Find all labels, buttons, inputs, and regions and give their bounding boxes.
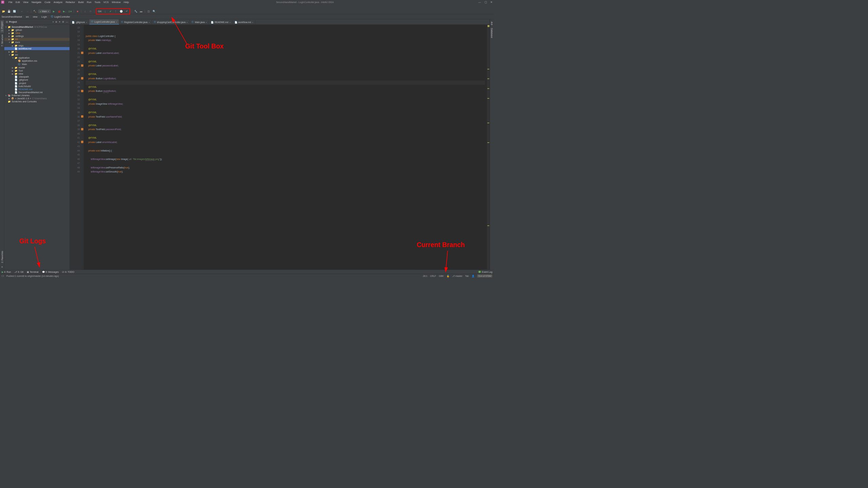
maximize-button[interactable]: ▢	[485, 1, 487, 4]
find-action-icon[interactable]: ◫	[146, 9, 151, 14]
menu-run[interactable]: Run	[85, 0, 93, 4]
tree-readme[interactable]: 📄README.md	[4, 88, 70, 91]
settings-icon[interactable]: 🔧	[134, 9, 138, 14]
code-line[interactable]	[86, 25, 485, 30]
line-number[interactable]: 28	[70, 81, 81, 85]
menu-code[interactable]: Code	[43, 0, 52, 4]
sync-icon[interactable]: 🔄	[12, 9, 17, 14]
gutter[interactable]: 1516171819202122232425262728293031323334…	[70, 25, 82, 270]
line-number[interactable]: 20	[70, 47, 81, 51]
tree-model[interactable]: ▶📁model	[4, 66, 70, 69]
git-commit-icon[interactable]: ✔	[108, 9, 113, 14]
editor-tab[interactable]: 📄.gitignore×	[70, 20, 89, 25]
stop-icon[interactable]: ■	[75, 9, 80, 14]
close-tab-icon[interactable]: ×	[206, 21, 207, 23]
inspection-icon[interactable]: 👤	[472, 274, 475, 277]
menu-help[interactable]: Help	[122, 0, 130, 4]
line-number[interactable]: 36	[70, 115, 81, 119]
project-structure-icon[interactable]: ▬	[139, 9, 143, 14]
line-number[interactable]: 32	[70, 98, 81, 102]
todo-tool-button[interactable]: ☑6: TODO	[62, 270, 74, 273]
run-tool-button[interactable]: ▶4: Run	[2, 270, 11, 273]
code-line[interactable]	[86, 144, 485, 149]
menu-tools[interactable]: Tools	[93, 0, 102, 4]
git-branch-indicator[interactable]: ⎇ master	[452, 274, 462, 277]
line-number[interactable]: 18	[70, 38, 81, 43]
line-number[interactable]: 34	[70, 106, 81, 110]
file-encoding[interactable]: GBK	[439, 274, 443, 277]
git-history-icon[interactable]: 🕒	[119, 9, 124, 14]
error-stripe[interactable]	[487, 25, 490, 270]
line-number[interactable]: 22	[70, 55, 81, 60]
gutter-marker-icon[interactable]	[81, 77, 83, 80]
run-icon[interactable]: ▶	[52, 9, 56, 14]
build-icon[interactable]: 🔨	[33, 9, 37, 14]
line-number[interactable]: 37	[70, 119, 81, 123]
tree-src[interactable]: ▼📁src	[4, 53, 70, 56]
line-number[interactable]: 17	[70, 34, 81, 38]
close-tab-icon[interactable]: ×	[229, 21, 231, 23]
gutter-marker-icon[interactable]	[81, 128, 83, 130]
search-icon[interactable]: 🔍	[152, 9, 156, 14]
code-line[interactable]	[86, 161, 485, 166]
tree-docs[interactable]: ▼📁docs	[4, 41, 70, 44]
code-editor[interactable]: 1516171819202122232425262728293031323334…	[70, 25, 490, 270]
line-number[interactable]: 48	[70, 165, 81, 170]
code-line[interactable]	[86, 93, 485, 98]
line-number[interactable]: 15	[70, 25, 81, 30]
save-icon[interactable]: 💾	[7, 9, 11, 14]
chevron-down-icon[interactable]: ▾	[53, 21, 54, 23]
expand-icon[interactable]: ✶	[59, 21, 61, 23]
tree-settings[interactable]: ▶📁.settings	[4, 35, 70, 38]
line-number[interactable]: 19	[70, 42, 81, 47]
menu-analyze[interactable]: Analyze	[52, 0, 64, 4]
tree-project[interactable]: 📄.project	[4, 82, 70, 85]
code-line[interactable]	[86, 30, 485, 34]
git-pull-icon[interactable]: ⭭	[103, 9, 107, 14]
tree-classpath[interactable]: 📄.classpath	[4, 75, 70, 78]
code-line[interactable]: leftImageView.setImage(new Image( url: "…	[86, 157, 485, 161]
code-line[interactable]: @FXML	[86, 47, 485, 51]
code-line[interactable]: private ImageView leftImageView;	[86, 102, 485, 106]
code-line[interactable]: @FXML	[86, 72, 485, 77]
code-line[interactable]: private Label passwordLabel;	[86, 64, 485, 68]
menu-edit[interactable]: Edit	[14, 0, 22, 4]
indent-indicator[interactable]: Tab	[465, 274, 469, 277]
tree-javase[interactable]: ▶📦< JavaSE-1.8 >C:\Users\hanz	[4, 97, 70, 100]
editor-tab[interactable]: ⒸshoppingCartController.java×	[152, 20, 190, 24]
gutter-marker-icon[interactable]	[81, 90, 83, 92]
breadcrumb-view[interactable]: view	[33, 15, 38, 18]
line-number[interactable]: 49	[70, 170, 81, 174]
coverage-icon[interactable]: ▶⎵	[62, 9, 67, 14]
gutter-marker-icon[interactable]	[81, 52, 83, 54]
close-tab-icon[interactable]: ×	[86, 21, 87, 23]
code-line[interactable]	[86, 42, 485, 47]
gutter-marker-icon[interactable]	[81, 115, 83, 118]
tree-view[interactable]: ▶📁view	[4, 72, 70, 75]
git-push-icon[interactable]: ⭫	[114, 9, 118, 14]
code-line[interactable]: private TextField passwordField;	[86, 127, 485, 132]
messages-tool-button[interactable]: 💬0: Messages	[42, 270, 59, 273]
code-line[interactable]: @FXML	[86, 98, 485, 102]
event-log-button[interactable]: 2 Event Log	[478, 270, 492, 273]
menu-navigate[interactable]: Navigate	[30, 0, 43, 4]
gutter-marker-icon[interactable]	[81, 141, 83, 143]
code-line[interactable]	[86, 153, 485, 157]
code-line[interactable]: private Main mainApp;	[86, 38, 485, 43]
attach-icon[interactable]: ⤓	[83, 9, 87, 14]
line-number[interactable]: 31	[70, 93, 81, 98]
menu-window[interactable]: Window	[110, 0, 122, 4]
line-number[interactable]: 33	[70, 102, 81, 106]
menu-refactor[interactable]: Refactor	[64, 0, 77, 4]
code-line[interactable]: @FXML	[86, 110, 485, 115]
line-number[interactable]: 30	[70, 89, 81, 94]
menu-build[interactable]: Build	[77, 0, 85, 4]
line-number[interactable]: 46	[70, 157, 81, 161]
tree-appcss[interactable]: 🎨application.css	[4, 59, 70, 62]
line-number[interactable]: 23	[70, 59, 81, 64]
line-number[interactable]: 27	[70, 76, 81, 81]
close-tab-icon[interactable]: ×	[186, 21, 188, 23]
code-line[interactable]: private void initialize() {	[86, 148, 485, 153]
code-line[interactable]	[86, 55, 485, 60]
code-line[interactable]: public class LoginController {	[86, 34, 485, 38]
